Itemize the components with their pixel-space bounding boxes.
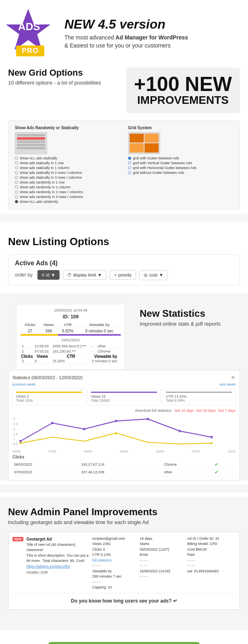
stats-dl-7days[interactable]: last 7 days [218, 409, 236, 413]
gs-grid-thumb [128, 132, 160, 154]
ad-viewable-time: 299 minutes 7 sec [92, 574, 136, 580]
ad-desc-text: This is short description. You can put a… [27, 553, 89, 564]
stats-td-views: 396 [39, 328, 58, 334]
gs-radio-7 [15, 186, 18, 189]
sort-btn-cost[interactable]: ◎ cost ▼ [139, 270, 168, 280]
next-week-link[interactable]: next week [219, 382, 236, 386]
dsum-th-viewable: Viewable by [91, 354, 121, 359]
svg-point-9 [51, 422, 54, 424]
sort-btn-cost-label: cost [149, 272, 157, 277]
gs-option-3: show ads statically in 1 column [15, 166, 120, 170]
detail-summary-row: Clicks Views CTR Viewable by [21, 354, 121, 359]
ad-link[interactable]: https://adspro.scripteo.info/ [27, 564, 89, 570]
dsum-th-ctr: CTR [51, 354, 91, 359]
sort-btn-display-label: display limit [73, 272, 96, 277]
clicks-ip-2: 207.46.13.206 [79, 468, 162, 476]
clicks-row-2: 07/03/2022 207.46.13.206 other ✔ [12, 468, 236, 476]
stats-subtitle: improved online stats & pdf reports [140, 321, 240, 327]
clicks-browser-1: Chrome [162, 461, 213, 469]
gs-radio-blue-3 [128, 166, 131, 169]
admin-question-text: Do you know how long users see your ads? [71, 598, 172, 604]
pro-badge: PRO [16, 45, 44, 56]
ad-ends-dashes-3: - - - - [140, 574, 184, 580]
admin-demo-row: NEW Geotarget Ad Title of new Ad (40 cha… [12, 536, 236, 593]
listing-section: New Listing Options Active Ads (4) order… [0, 226, 248, 293]
stats-detail-date: 24/01/2022 [21, 338, 121, 342]
sort-btn-id[interactable]: ≡ id ▼ [37, 270, 59, 280]
detail-row-2-browser: Chrome [96, 349, 121, 354]
cta-section: 🛒 Join other satisfied customers [0, 630, 248, 644]
gs-radio-10 [15, 200, 18, 203]
sort-btn-priority[interactable]: + priority [110, 270, 136, 280]
gs-left-label: Show Ads Randomly or Statically [15, 126, 120, 130]
stats-mini-screenshot: 10/03/2022 18:04:49 ID: 109 Clicks Views… [16, 304, 125, 370]
gs-option-4: show ads statically in 2 rows / columns [15, 171, 120, 175]
ad-ends-dashes-2: - - - - [140, 563, 184, 569]
detail-row-1-dash: - [91, 344, 96, 349]
admin-title: New Admin Panel Improvements [8, 506, 240, 518]
gs-option-8: show ads randomly in 2 rows / columns [15, 190, 120, 194]
ad-ends-dashes-1: - - - - [140, 558, 184, 564]
header-section: ADS PRO NEW 4.5 version The most advance… [0, 0, 248, 64]
stats-chart-labels: 06/03 07/03 08/03 09/03 10/03 11/03 12/0… [12, 450, 236, 453]
clicks-browser-2: other [162, 468, 213, 476]
stats-td-viewable: 0 minutes 0 sec [78, 328, 121, 334]
gs-option-10: show ALL ads randomly [15, 200, 120, 204]
stats-chart-header: Statistics (06/03/2022 - 12/03/2022) ✕ [12, 374, 236, 381]
header-tagline: The most advanced Ad Manager for WordPre… [64, 34, 188, 50]
svg-text:ADS: ADS [18, 21, 40, 33]
ad-days: 18 days [140, 536, 184, 542]
gs-radio-blue-1 [128, 157, 131, 160]
bar-yellow [21, 334, 58, 336]
bar-purple [58, 334, 121, 336]
stats-dl-30days[interactable]: last 30 days [196, 409, 216, 413]
chart-label-2: 08/03 [84, 450, 92, 453]
gs-option-7: show ads randomly in 1 column [15, 185, 120, 189]
ad-capping: Capping: 10 [92, 585, 136, 590]
ad-ends-label: Ends: [140, 552, 184, 558]
gs-radio-blue-4 [128, 171, 131, 174]
ad-full-stats[interactable]: full statistics [92, 558, 136, 564]
stats-metrics-row: Clicks 2 Total 1316 Views 15 Total 15693… [12, 389, 236, 405]
version-title: NEW 4.5 version [64, 17, 188, 31]
gs-option-1: show ALL ads statically [15, 156, 120, 160]
admin-section: New Admin Panel Improvements including g… [0, 497, 248, 614]
cost-icon: ◎ [144, 272, 148, 278]
gs-grid-opt-1: grid with Gutter between Ads [128, 156, 233, 160]
stats-dl-label: download full statistics: [135, 409, 172, 413]
clicks-date-2: 07/03/2022 [12, 468, 79, 476]
sort-btn-display[interactable]: ⏱ display limit ▼ [63, 270, 107, 280]
ad-viewable-by: Viewable by [92, 569, 136, 574]
dsum-views: 4 [33, 359, 52, 364]
ad-clicks: Clicks 3 [92, 547, 136, 553]
ad-actions-text[interactable]: Disable | Edit [27, 570, 48, 574]
tagline-part2: & Easiest to use [64, 42, 105, 49]
gs-radio-2 [15, 161, 18, 165]
stats-text: New Statistics improved online stats & p… [140, 304, 240, 327]
gs-options: show ALL ads statically show ads statica… [15, 156, 120, 204]
dsum-ctr: 15.30% [51, 359, 91, 364]
chart-label-1: 07/03 [48, 450, 56, 453]
ad-col4-d2: - - - - [187, 563, 236, 569]
gs-cell-1 [130, 134, 144, 143]
metric-clicks: Clicks 2 Total 1316 [12, 389, 86, 405]
stats-chart-title: Statistics (06/03/2022 - 12/03/2022) [12, 375, 83, 380]
close-icon[interactable]: ✕ [231, 374, 236, 381]
ad-email: scripteo@gmail.com [92, 536, 136, 542]
stats-main-table: Clicks Views CTR Viewable by 27 396 6.82… [21, 322, 121, 336]
stats-dl-10days[interactable]: last 10 days [175, 409, 194, 413]
sort-btn-priority-label: priority [118, 272, 132, 277]
tagline-part1: The most advanced [64, 34, 114, 41]
chart-label-3: 09/03 [120, 450, 128, 453]
metric-views-total: Total 15693 [91, 398, 157, 402]
cta-button[interactable]: 🛒 Join other satisfied customers [48, 642, 200, 644]
bottom-spacer [0, 614, 248, 630]
gs-cell-2 [145, 134, 159, 143]
detail-row-1: 1 12:09:00 2450:399.9xxx:0.1*** - other [21, 344, 121, 349]
admin-question: Do you know how long users see your ads?… [12, 597, 236, 605]
header-text: NEW 4.5 version The most advanced Ad Man… [64, 17, 188, 50]
prev-week-link[interactable]: previous week [12, 382, 36, 386]
stats-td-ctr: 6.82% [58, 328, 78, 334]
gs-cell-3 [130, 143, 144, 153]
svg-point-17 [211, 442, 213, 444]
